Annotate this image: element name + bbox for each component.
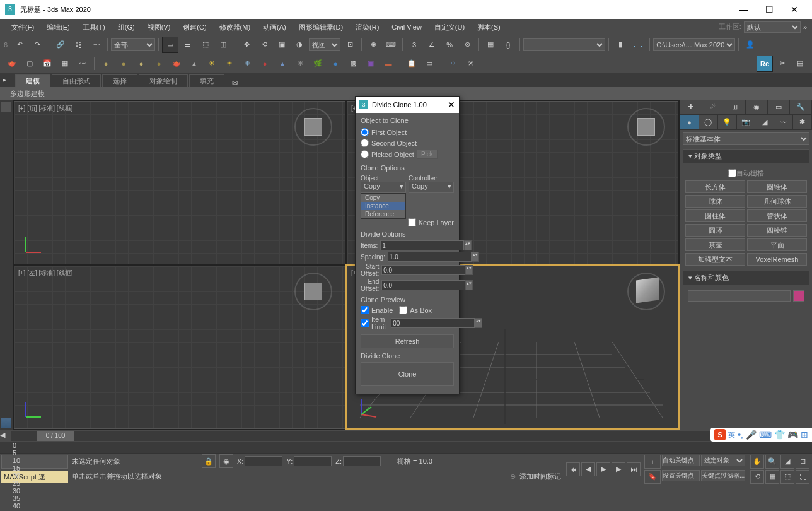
- btn-plane[interactable]: 平面: [747, 238, 807, 251]
- ime-logo-icon[interactable]: S: [714, 429, 726, 440]
- time-ruler[interactable]: 0510152025303540455055606570758085909510…: [0, 442, 812, 453]
- select-icon[interactable]: ▭: [162, 37, 178, 53]
- autogrid-check[interactable]: [728, 169, 736, 177]
- cmdtab-motion[interactable]: ◉: [746, 100, 768, 114]
- opt-reference[interactable]: Reference: [361, 210, 405, 218]
- select-region-icon[interactable]: ⬚: [197, 37, 214, 53]
- rollout-namecolor[interactable]: ▾ 名称和颜色: [683, 271, 809, 285]
- move-icon[interactable]: ✥: [238, 37, 255, 53]
- sphere1-icon[interactable]: ●: [98, 56, 114, 72]
- ime-mic-icon[interactable]: 🎤: [746, 430, 757, 440]
- sphere2-icon[interactable]: ●: [115, 56, 132, 72]
- subtab-shapes[interactable]: ◯: [699, 115, 718, 129]
- menu-file[interactable]: 文件(F): [5, 19, 40, 35]
- wireframe-icon[interactable]: ▲: [274, 56, 291, 72]
- end-offset-input[interactable]: [381, 280, 465, 290]
- rotate-icon[interactable]: ⟲: [256, 37, 272, 53]
- tab-modeling[interactable]: 建模: [15, 74, 50, 87]
- undo-icon[interactable]: ↶: [11, 37, 28, 53]
- tab-populate[interactable]: 填充: [189, 74, 224, 87]
- copy-icon[interactable]: ▭: [421, 56, 438, 72]
- gradient-icon[interactable]: ▬: [380, 56, 397, 72]
- cmdtab-utils[interactable]: 🔧: [790, 100, 812, 114]
- menu-render[interactable]: 渲染(R): [349, 19, 385, 35]
- cmdtab-modify[interactable]: ☄: [702, 100, 724, 114]
- clone-button[interactable]: Clone: [361, 362, 454, 386]
- red-sphere-icon[interactable]: ●: [257, 56, 273, 72]
- btn-voxel[interactable]: VoxelRemesh: [747, 253, 807, 266]
- angle-snap-icon[interactable]: ∠: [424, 37, 440, 53]
- radio-picked[interactable]: [361, 150, 369, 158]
- menu-create[interactable]: 创建(C): [177, 19, 212, 35]
- pivot-icon[interactable]: ⊡: [342, 37, 358, 53]
- pick-button[interactable]: Pick: [417, 150, 438, 159]
- blue-sphere-icon[interactable]: ●: [327, 56, 344, 72]
- sun2-icon[interactable]: ☀: [221, 56, 238, 72]
- selection-filter[interactable]: 全部: [111, 38, 155, 51]
- subtab-cameras[interactable]: 📷: [737, 115, 756, 129]
- tab-selection[interactable]: 选择: [102, 74, 137, 87]
- manipulate-icon[interactable]: ⊕: [365, 37, 381, 53]
- cmdtab-create[interactable]: ✚: [680, 100, 702, 114]
- sphere3-icon[interactable]: ●: [133, 56, 149, 72]
- btn-teapot[interactable]: 茶壶: [685, 238, 745, 251]
- dialog-close-button[interactable]: ✕: [448, 100, 455, 110]
- spacing-input[interactable]: [388, 252, 472, 262]
- clipboard-icon[interactable]: 📋: [403, 56, 420, 72]
- tab-freeform[interactable]: 自由形式: [52, 74, 101, 87]
- tools-icon[interactable]: ✂: [774, 56, 791, 72]
- spinner-snap-icon[interactable]: ⊙: [459, 37, 475, 53]
- ime-lang[interactable]: 英: [728, 430, 735, 440]
- object-clone-select[interactable]: Copy▾: [361, 182, 406, 193]
- placement-icon[interactable]: ◑: [291, 37, 308, 53]
- menu-script[interactable]: 脚本(S): [471, 19, 507, 35]
- ime-menu-icon[interactable]: ⊞: [801, 430, 808, 440]
- viewport-left[interactable]: [+] [左] [标准] [线框]: [14, 266, 345, 429]
- btn-box[interactable]: 长方体: [685, 180, 745, 193]
- teapot-icon[interactable]: 🫖: [4, 56, 20, 72]
- window-crossing-icon[interactable]: ◫: [215, 37, 231, 53]
- keep-layer-check[interactable]: [408, 218, 416, 226]
- maximize-button[interactable]: ☐: [757, 0, 782, 19]
- tab-objpaint[interactable]: 对象绘制: [139, 74, 188, 87]
- menu-animation[interactable]: 动画(A): [257, 19, 293, 35]
- timeline-prev-icon[interactable]: ◀: [0, 431, 10, 441]
- time-handle[interactable]: 0 / 100: [37, 431, 74, 441]
- items-input[interactable]: [380, 240, 464, 250]
- menu-tools[interactable]: 工具(T): [76, 19, 112, 35]
- color-swatch[interactable]: [793, 290, 804, 302]
- arrows-icon[interactable]: ⤧: [462, 56, 478, 72]
- rollout-objtype[interactable]: ▾ 对象类型: [683, 149, 809, 163]
- btn-pyramid[interactable]: 四棱锥: [747, 224, 807, 237]
- ime-game-icon[interactable]: 🎮: [787, 430, 798, 440]
- btn-textplus[interactable]: 加强型文本: [685, 253, 745, 266]
- keyboard-icon[interactable]: ⌨: [383, 37, 399, 53]
- wave-icon[interactable]: 〰: [74, 56, 91, 72]
- teapot2-icon[interactable]: 🫖: [168, 56, 185, 72]
- named-selection[interactable]: [523, 38, 605, 51]
- opt-instance[interactable]: Instance: [361, 202, 405, 210]
- subtab-lights[interactable]: 💡: [718, 115, 737, 129]
- menu-graph[interactable]: 图形编辑器(D): [293, 19, 349, 35]
- workspace-arrow-icon[interactable]: »: [803, 23, 807, 31]
- checker-icon[interactable]: ▩: [345, 56, 361, 72]
- btn-cone[interactable]: 圆锥体: [747, 180, 807, 193]
- sun-icon[interactable]: ☀: [204, 56, 220, 72]
- menu-modifiers[interactable]: 修改器(M): [213, 19, 257, 35]
- menu-customize[interactable]: 自定义(U): [428, 19, 471, 35]
- radio-second[interactable]: [361, 139, 369, 147]
- btn-sphere[interactable]: 球体: [685, 195, 745, 208]
- itemlimit-check[interactable]: [361, 319, 369, 327]
- link-icon[interactable]: 🔗: [52, 37, 69, 53]
- nav-btn-2[interactable]: [1, 418, 11, 428]
- menu-edit[interactable]: 编辑(E): [40, 19, 76, 35]
- help-icon[interactable]: 👤: [742, 37, 758, 53]
- ime-keyboard-icon[interactable]: ⌨: [759, 430, 772, 440]
- purple-icon[interactable]: ▣: [362, 56, 379, 72]
- menu-group[interactable]: 组(G): [112, 19, 141, 35]
- ref-coord-select[interactable]: 视图: [309, 38, 340, 51]
- nav-btn-1[interactable]: [1, 102, 11, 112]
- sphere4-icon[interactable]: ●: [151, 56, 167, 72]
- ribbon-mail-icon[interactable]: ✉: [232, 79, 238, 87]
- btn-cylinder[interactable]: 圆柱体: [685, 209, 745, 222]
